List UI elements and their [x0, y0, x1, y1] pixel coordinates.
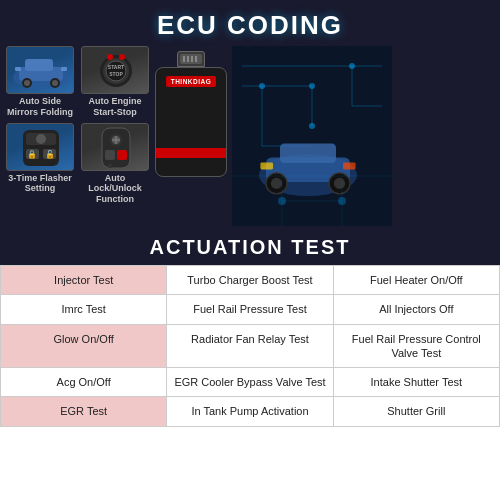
engine-label: Auto Engine Start-Stop — [80, 96, 150, 118]
actuation-title: ACTUATION TEST — [0, 230, 500, 265]
svg-point-22 — [36, 134, 46, 144]
test-cell-7: Radiator Fan Relay Test — [167, 325, 333, 369]
test-cell-4: Fuel Rail Pressure Test — [167, 295, 333, 324]
svg-rect-50 — [280, 144, 336, 164]
test-grid: Injector Test Turbo Charger Boost Test F… — [0, 265, 500, 427]
test-cell-12: EGR Test — [1, 397, 167, 426]
svg-rect-26 — [117, 150, 127, 160]
right-background — [232, 46, 392, 226]
test-cell-3: Imrc Test — [1, 295, 167, 324]
svg-rect-27 — [108, 164, 112, 168]
top-section: ECU CODING — [0, 0, 500, 230]
svg-rect-8 — [61, 67, 67, 71]
test-cell-5: All Injectors Off — [334, 295, 500, 324]
test-cell-1: Turbo Charger Boost Test — [167, 266, 333, 295]
obd-device: THINKDIAG — [155, 51, 227, 177]
svg-point-44 — [309, 83, 315, 89]
svg-text:🔒: 🔒 — [27, 149, 37, 159]
svg-rect-56 — [343, 162, 356, 169]
svg-rect-2 — [25, 59, 53, 71]
test-cell-13: In Tank Pump Activation — [167, 397, 333, 426]
ecu-title: ECU CODING — [0, 0, 500, 41]
svg-point-54 — [334, 178, 345, 189]
svg-point-6 — [52, 80, 58, 86]
svg-rect-55 — [260, 162, 273, 169]
svg-rect-35 — [195, 56, 197, 62]
engine-thumb: START STOP — [81, 46, 149, 94]
svg-point-46 — [259, 83, 265, 89]
svg-point-52 — [271, 178, 282, 189]
features-column: Auto Side Mirrors Folding START STOP — [5, 46, 150, 205]
flasher-label: 3-Time Flasher Setting — [5, 173, 75, 195]
feature-row-1: Auto Side Mirrors Folding START STOP — [5, 46, 150, 118]
feature-engine: START STOP Auto Engine Start-Stop — [80, 46, 150, 118]
lock-thumb — [81, 123, 149, 171]
test-cell-6: Glow On/Off — [1, 325, 167, 369]
svg-text:🔓: 🔓 — [45, 149, 55, 159]
svg-point-15 — [119, 54, 125, 60]
test-cell-2: Fuel Heater On/Off — [334, 266, 500, 295]
test-cell-0: Injector Test — [1, 266, 167, 295]
svg-rect-25 — [105, 150, 115, 160]
svg-text:STOP: STOP — [109, 71, 123, 77]
svg-point-14 — [107, 54, 113, 60]
test-cell-11: Intake Shutter Test — [334, 368, 500, 397]
page-wrapper: ECU CODING — [0, 0, 500, 427]
svg-point-4 — [24, 80, 30, 86]
test-cell-8: Fuel Rail Pressure Control Valve Test — [334, 325, 500, 369]
test-cell-10: EGR Cooler Bypass Valve Test — [167, 368, 333, 397]
svg-point-45 — [349, 63, 355, 69]
svg-rect-33 — [187, 56, 189, 62]
lock-label: Auto Lock/Unlock Function — [80, 173, 150, 205]
svg-rect-32 — [183, 56, 185, 62]
svg-point-47 — [309, 123, 315, 129]
svg-rect-7 — [15, 67, 21, 71]
bottom-section: ACTUATION TEST Injector Test Turbo Charg… — [0, 230, 500, 427]
obd-red-stripe — [156, 148, 226, 158]
feature-mirrors: Auto Side Mirrors Folding — [5, 46, 75, 118]
feature-lock: Auto Lock/Unlock Function — [80, 123, 150, 205]
svg-rect-36 — [232, 46, 392, 226]
feature-row-2: 🔒 🔓 3-Time Flasher Setting — [5, 123, 150, 205]
test-cell-14: Shutter Grill — [334, 397, 500, 426]
obd-label: THINKDIAG — [166, 76, 217, 87]
test-cell-9: Acg On/Off — [1, 368, 167, 397]
obd-body: THINKDIAG — [155, 67, 227, 177]
feature-flasher: 🔒 🔓 3-Time Flasher Setting — [5, 123, 75, 205]
mirrors-label: Auto Side Mirrors Folding — [5, 96, 75, 118]
mirrors-thumb — [6, 46, 74, 94]
obd-connector — [177, 51, 205, 67]
svg-text:START: START — [108, 64, 124, 70]
svg-rect-34 — [191, 56, 193, 62]
flasher-thumb: 🔒 🔓 — [6, 123, 74, 171]
